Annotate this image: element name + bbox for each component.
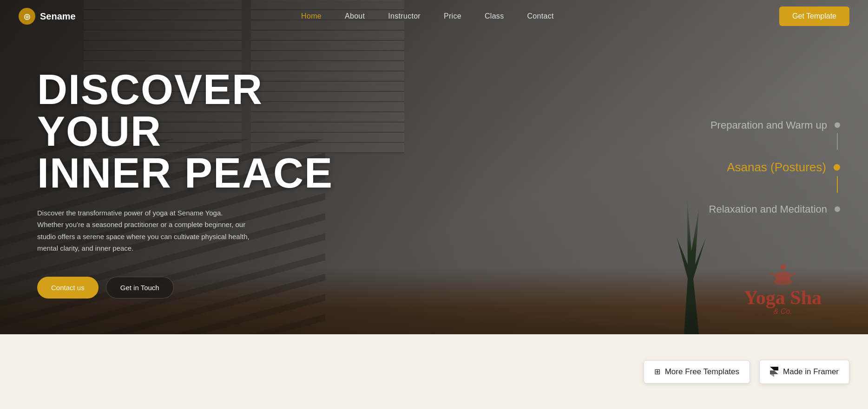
get-template-button[interactable]: Get Template [779, 6, 849, 26]
logo[interactable]: ◎ Sename [19, 8, 76, 25]
nav-price[interactable]: Price [444, 12, 461, 20]
svg-line-2 [770, 273, 775, 275]
hero-headline-line1: DISCOVER YOUR [37, 66, 263, 155]
nav-contact[interactable]: Contact [527, 12, 553, 20]
yoga-sub-text: & Co. [744, 307, 822, 316]
svg-line-3 [791, 273, 796, 275]
nav-class[interactable]: Class [485, 12, 504, 20]
step-item-2[interactable]: Asanas (Postures) [727, 150, 840, 185]
hero-section: ◎ Sename Home About Instructor Price Cla… [0, 0, 868, 334]
step-line-1 [837, 133, 838, 150]
step-item-1[interactable]: Preparation and Warm up [710, 109, 840, 142]
made-in-framer-button[interactable]: Made in Framer [759, 360, 849, 384]
steps-panel: Preparation and Warm up Asanas (Postures… [709, 109, 840, 226]
nav-instructor[interactable]: Instructor [388, 12, 421, 20]
step-label-1: Preparation and Warm up [710, 119, 827, 131]
nav-about[interactable]: About [345, 12, 365, 20]
brand-name: Sename [40, 11, 76, 22]
hero-cta-group: Contact us Get in Touch [37, 277, 831, 299]
hero-headline: DISCOVER YOUR INNER PEACE [37, 69, 339, 194]
more-templates-label: More Free Templates [665, 367, 739, 377]
more-free-templates-button[interactable]: ⊞ More Free Templates [644, 360, 750, 383]
nav-links: Home About Instructor Price Class Contac… [301, 12, 554, 20]
framer-icon [770, 367, 778, 377]
more-templates-icon: ⊞ [654, 367, 660, 376]
get-in-touch-button[interactable]: Get in Touch [106, 277, 174, 299]
step-item-3[interactable]: Relaxation and Meditation [709, 193, 840, 226]
yoga-watermark: Yoga Sha & Co. [744, 262, 822, 316]
yoga-figure-icon [769, 262, 797, 288]
logo-icon: ◎ [19, 8, 35, 25]
step-label-2: Asanas (Postures) [727, 160, 826, 175]
svg-point-0 [780, 264, 786, 270]
step-dot-1 [835, 123, 840, 128]
step-dot-2 [834, 164, 840, 170]
yoga-brand-text: Yoga Sha [744, 288, 822, 307]
step-dot-3 [835, 207, 840, 212]
step-line-2 [837, 176, 838, 193]
navbar: ◎ Sename Home About Instructor Price Cla… [0, 0, 868, 32]
nav-home[interactable]: Home [301, 12, 322, 20]
bottom-bar: ⊞ More Free Templates Made in Framer [0, 334, 868, 409]
contact-us-button[interactable]: Contact us [37, 277, 99, 299]
hero-description: Discover the transformative power of yog… [37, 207, 251, 254]
made-in-framer-label: Made in Framer [783, 367, 839, 377]
hero-headline-line2: INNER PEACE [37, 150, 333, 196]
step-label-3: Relaxation and Meditation [709, 203, 827, 215]
svg-point-4 [774, 279, 792, 285]
